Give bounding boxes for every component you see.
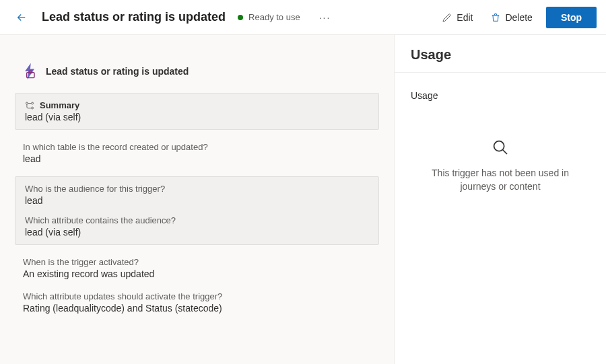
activated-answer: An existing record was updated [23,268,371,279]
usage-empty-state: This trigger has not been used in journe… [395,106,606,364]
attribute-question: Which attribute contains the audience? [25,215,369,225]
trigger-canvas: Lead status or rating is updated Summary… [0,35,394,364]
usage-panel: Usage Usage This trigger has not been us… [394,35,606,364]
summary-card[interactable]: Summary lead (via self) [15,93,379,130]
trigger-bolt-icon [20,62,39,81]
more-actions-button[interactable]: ··· [315,9,335,26]
pencil-icon [442,12,452,23]
usage-title: Usage [395,35,606,73]
edit-button[interactable]: Edit [435,7,479,28]
attribute-answer: lead (via self) [25,227,369,238]
svg-point-4 [32,107,34,109]
audience-question: Who is the audience for this trigger? [25,184,369,194]
qa-table-answer: lead [23,153,371,164]
trigger-name: Lead status or rating is updated [46,66,189,77]
qa-table: In which table is the record created or … [23,142,371,164]
qa-activated: When is the trigger activated? An existi… [23,257,371,279]
svg-point-2 [26,102,28,104]
usage-empty-text: This trigger has not been used in journe… [413,167,588,193]
audience-card[interactable]: Who is the audience for this trigger? le… [15,176,379,245]
updates-answer: Rating (leadqualitycode) and Status (sta… [23,303,371,314]
status-label: Ready to use [248,12,300,22]
svg-point-3 [32,102,34,104]
svg-point-5 [494,141,504,151]
updates-question: Which attribute updates should activate … [23,291,371,301]
arrow-left-icon [15,11,28,24]
usage-section-label: Usage [395,73,606,106]
qa-table-question: In which table is the record created or … [23,142,371,152]
command-bar: Lead status or rating is updated Ready t… [0,0,606,35]
audience-answer: lead [25,195,369,206]
summary-value: lead (via self) [25,112,369,122]
flow-icon [25,101,34,110]
stop-button[interactable]: Stop [546,7,597,28]
status-dot-icon [238,15,243,20]
trash-icon [490,12,501,23]
qa-updates: Which attribute updates should activate … [23,291,371,314]
edit-label: Edit [457,12,473,23]
ellipsis-icon: ··· [319,12,331,23]
search-icon [490,137,510,157]
back-button[interactable] [12,8,31,27]
summary-label: Summary [40,100,79,110]
trigger-header: Lead status or rating is updated [8,62,386,93]
delete-label: Delete [505,12,532,23]
page-title: Lead status or rating is updated [42,10,226,24]
delete-button[interactable]: Delete [483,7,539,28]
activated-question: When is the trigger activated? [23,257,371,267]
stop-label: Stop [561,12,582,23]
status-badge: Ready to use [238,12,300,22]
